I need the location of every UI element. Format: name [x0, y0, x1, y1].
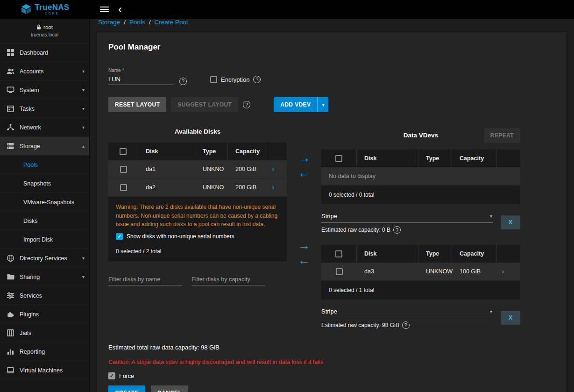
sidebar-item-network[interactable]: Network ▾ — [0, 118, 89, 137]
encryption-label: Encryption — [221, 76, 249, 83]
select-all-checkbox[interactable] — [120, 148, 127, 155]
sidebar-subitem-label: Import Disk — [23, 236, 53, 243]
filter-disks-by-name-input[interactable] — [108, 274, 182, 285]
topbar: TrueNAS CORE ‹ — [0, 0, 574, 19]
sidebar-item-label: Virtual Machines — [20, 367, 63, 374]
content: Pool Manager Name * ? Encryption ? RESET… — [90, 26, 574, 392]
repeat-button[interactable]: REPEAT — [484, 128, 520, 143]
chevron-down-icon: ▾ — [82, 106, 85, 111]
vdev-table-header: Disk Type Capacity — [321, 150, 520, 167]
sidebar-item-virtual-machines[interactable]: Virtual Machines — [0, 361, 89, 380]
back-icon[interactable]: ‹ — [118, 5, 122, 14]
sidebar-item-import-disk[interactable]: Import Disk — [0, 230, 89, 249]
pool-name-input[interactable] — [108, 74, 174, 85]
help-icon[interactable]: ? — [179, 78, 187, 85]
vdev-layout-select[interactable]: Stripe ▾ — [321, 211, 493, 223]
sidebar-item-label: Tasks — [20, 106, 35, 112]
help-icon[interactable]: ? — [243, 101, 250, 108]
move-right-button[interactable]: → — [298, 151, 311, 165]
chevron-down-icon: ▾ — [82, 125, 85, 130]
row-checkbox[interactable] — [336, 268, 343, 275]
sidebar-item-accounts[interactable]: Accounts ▾ — [0, 62, 89, 81]
chevron-down-icon: ▾ — [490, 309, 492, 314]
select-all-checkbox[interactable] — [335, 155, 342, 162]
filter-row — [108, 274, 287, 285]
user-name: root — [43, 24, 53, 30]
disk-cell: da3 — [357, 268, 418, 275]
breadcrumb-pools[interactable]: Pools — [129, 19, 145, 26]
check-icon: ✓ — [110, 373, 114, 378]
sidebar-item-label: Dashboard — [20, 50, 48, 56]
empty-table-message: No data to display — [321, 167, 520, 185]
vdev-layout-value: Stripe — [321, 308, 337, 315]
row-expand-icon[interactable]: › — [267, 183, 287, 192]
sidebar-item-snapshots[interactable]: Snapshots — [0, 174, 89, 193]
pool-grid: Available Disks Disk Type Capacity da1 U… — [108, 128, 555, 329]
help-icon[interactable]: ? — [393, 226, 401, 234]
force-checkbox[interactable]: ✓ — [108, 372, 115, 379]
truenas-logo[interactable]: TrueNAS CORE — [0, 3, 90, 15]
remove-vdev-button[interactable]: X — [501, 311, 520, 325]
select-all-checkbox[interactable] — [335, 250, 342, 257]
row-expand-icon[interactable]: › — [267, 164, 287, 174]
type-cell: UNKNO — [195, 184, 228, 191]
show-nonunique-checkbox[interactable]: ✓ — [116, 233, 123, 240]
chevron-down-icon: ▾ — [82, 69, 85, 74]
user-block: root truenas.local — [0, 19, 89, 43]
sidebar-item-system[interactable]: System ▾ — [0, 81, 89, 100]
table-row: da1 UNKNO 200 GiB › — [108, 160, 287, 178]
sidebar-item-disks[interactable]: Disks — [0, 212, 89, 230]
main-area: Storage / Pools / Create Pool Pool Manag… — [90, 19, 574, 392]
cancel-button[interactable]: CANCEL — [151, 385, 188, 392]
breadcrumb-create-pool[interactable]: Create Pool — [155, 19, 188, 26]
sidebar-item-reporting[interactable]: Reporting — [0, 342, 89, 361]
menu-icon[interactable] — [100, 7, 109, 12]
sidebar-item-pools[interactable]: Pools — [0, 156, 89, 174]
sidebar-item-plugins[interactable]: Plugins — [0, 305, 89, 324]
vdev-layout-select[interactable]: Stripe ▾ — [321, 306, 493, 318]
sidebar-item-dashboard[interactable]: Dashboard — [0, 43, 89, 62]
breadcrumb-storage[interactable]: Storage — [98, 19, 120, 26]
add-vdev-button[interactable]: ADD VDEV ▾ — [274, 97, 328, 112]
row-expand-icon[interactable]: › — [497, 267, 520, 276]
brand-subtitle: CORE — [45, 12, 59, 15]
type-cell: UNKNOW — [418, 268, 452, 275]
sidebar-item-label: Services — [20, 292, 42, 299]
remove-vdev-button[interactable]: X — [501, 215, 520, 229]
suggest-layout-button[interactable]: SUGGEST LAYOUT — [171, 97, 238, 112]
sidebar-item-storage[interactable]: Storage ▴ — [0, 137, 89, 156]
breadcrumb-separator: / — [149, 19, 151, 26]
move-left-button[interactable]: ← — [298, 254, 311, 268]
column-header-capacity: Capacity — [452, 245, 497, 263]
available-disks-panel: Available Disks Disk Type Capacity da1 U… — [108, 128, 287, 329]
encryption-checkbox[interactable] — [210, 76, 217, 83]
check-icon: ✓ — [117, 234, 121, 239]
row-checkbox[interactable] — [120, 166, 127, 173]
pool-form-row: Name * ? Encryption ? — [108, 68, 555, 85]
sidebar-item-vmware-snapshots[interactable]: VMware-Snapshots — [0, 193, 89, 212]
available-selection-status: 0 selected / 2 total — [116, 248, 279, 255]
sidebar-subitem-label: VMware-Snapshots — [23, 199, 74, 206]
sidebar-item-sharing[interactable]: Sharing ▾ — [0, 268, 89, 286]
sidebar-item-services[interactable]: Services — [0, 286, 89, 305]
help-icon[interactable]: ? — [402, 321, 410, 329]
sidebar-item-jails[interactable]: Jails — [0, 324, 89, 342]
sidebar-item-label: Network — [20, 124, 41, 131]
vdev-selection-status: 0 selected / 1 total — [321, 281, 520, 299]
move-right-button[interactable]: → — [298, 239, 311, 253]
sidebar-subitem-label: Pools — [23, 162, 38, 168]
create-button[interactable]: CREATE — [108, 385, 145, 392]
chevron-down-icon[interactable]: ▾ — [317, 97, 328, 112]
filter-disks-by-capacity-input[interactable] — [191, 274, 265, 285]
chevron-down-icon: ▾ — [82, 87, 85, 93]
total-capacity-text: Estimated total raw data capacity: 98 Gi… — [108, 344, 555, 351]
sidebar-item-directory-services[interactable]: Directory Services ▾ — [0, 249, 89, 268]
table-row: da2 UNKNO 200 GiB › — [108, 178, 287, 197]
help-icon[interactable]: ? — [253, 76, 261, 83]
row-checkbox[interactable] — [120, 184, 127, 191]
stripe-caution-text: Caution: A stripe data vdev is highly di… — [108, 359, 555, 365]
brand-text: TrueNAS CORE — [35, 3, 70, 15]
sidebar-item-tasks[interactable]: Tasks ▾ — [0, 100, 89, 118]
move-left-button[interactable]: ← — [298, 166, 311, 180]
reset-layout-button[interactable]: RESET LAYOUT — [108, 97, 166, 112]
